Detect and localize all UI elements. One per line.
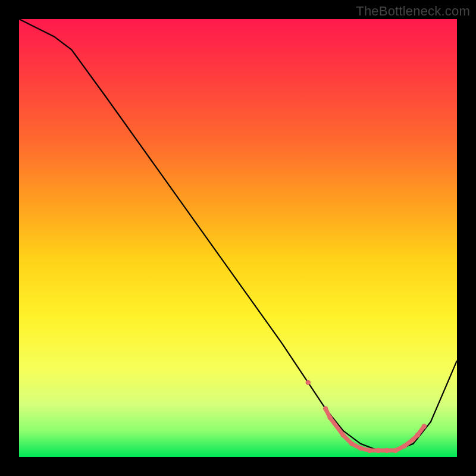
chart-plot-area: [19, 19, 457, 457]
chart-frame: TheBottleneck.com: [0, 0, 476, 476]
watermark-text: TheBottleneck.com: [356, 4, 470, 19]
